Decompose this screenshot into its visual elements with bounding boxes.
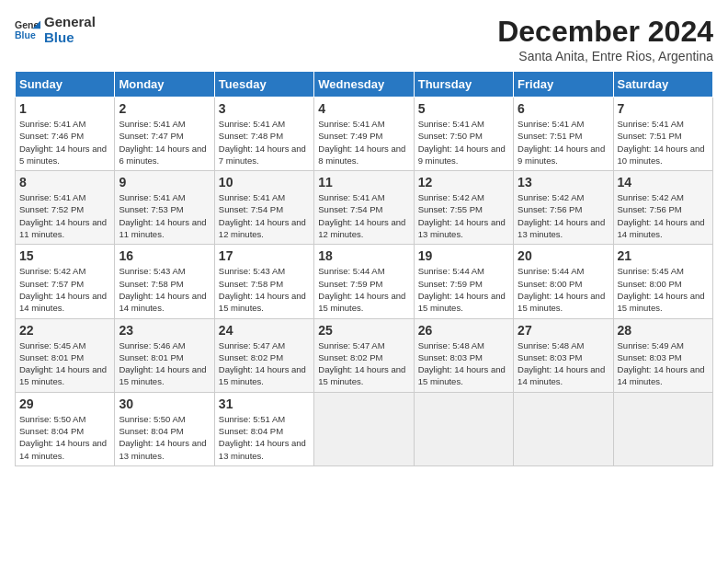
logo-icon: General Blue <box>15 17 40 43</box>
day-info: Sunrise: 5:41 AM Sunset: 7:49 PM Dayligh… <box>318 118 409 167</box>
day-number: 6 <box>518 101 609 116</box>
day-number: 10 <box>219 175 310 190</box>
calendar-week-row: 8 Sunrise: 5:41 AM Sunset: 7:52 PM Dayli… <box>16 171 713 245</box>
day-number: 13 <box>518 175 609 190</box>
day-info: Sunrise: 5:41 AM Sunset: 7:46 PM Dayligh… <box>19 118 110 167</box>
calendar-cell: 9 Sunrise: 5:41 AM Sunset: 7:53 PM Dayli… <box>115 171 214 245</box>
day-info: Sunrise: 5:41 AM Sunset: 7:48 PM Dayligh… <box>219 118 310 167</box>
day-number: 2 <box>119 101 210 116</box>
calendar-cell: 25 Sunrise: 5:47 AM Sunset: 8:02 PM Dayl… <box>314 318 414 392</box>
day-info: Sunrise: 5:41 AM Sunset: 7:47 PM Dayligh… <box>119 118 210 167</box>
title-area: December 2024 Santa Anita, Entre Rios, A… <box>497 15 713 63</box>
day-info: Sunrise: 5:46 AM Sunset: 8:01 PM Dayligh… <box>119 339 210 388</box>
header: General Blue General Blue December 2024 … <box>15 15 713 63</box>
logo: General Blue General Blue <box>15 15 96 45</box>
day-info: Sunrise: 5:43 AM Sunset: 7:58 PM Dayligh… <box>119 265 210 314</box>
day-number: 7 <box>618 101 709 116</box>
calendar-cell: 29 Sunrise: 5:50 AM Sunset: 8:04 PM Dayl… <box>16 392 115 465</box>
day-number: 11 <box>318 175 409 190</box>
logo-line2: Blue <box>44 30 96 46</box>
day-info: Sunrise: 5:42 AM Sunset: 7:57 PM Dayligh… <box>19 265 110 314</box>
calendar-cell: 15 Sunrise: 5:42 AM Sunset: 7:57 PM Dayl… <box>16 245 115 318</box>
day-info: Sunrise: 5:44 AM Sunset: 7:59 PM Dayligh… <box>418 265 509 314</box>
calendar-header-row: SundayMondayTuesdayWednesdayThursdayFrid… <box>16 72 713 98</box>
day-info: Sunrise: 5:50 AM Sunset: 8:04 PM Dayligh… <box>19 413 110 462</box>
day-number: 26 <box>418 323 509 338</box>
day-info: Sunrise: 5:48 AM Sunset: 8:03 PM Dayligh… <box>418 339 509 388</box>
calendar-cell: 16 Sunrise: 5:43 AM Sunset: 7:58 PM Dayl… <box>115 245 214 318</box>
day-number: 3 <box>219 101 310 116</box>
logo-line1: General <box>44 15 96 30</box>
day-number: 28 <box>618 323 709 338</box>
day-info: Sunrise: 5:47 AM Sunset: 8:02 PM Dayligh… <box>318 339 409 388</box>
calendar-cell: 7 Sunrise: 5:41 AM Sunset: 7:51 PM Dayli… <box>613 98 712 171</box>
calendar-cell: 26 Sunrise: 5:48 AM Sunset: 8:03 PM Dayl… <box>414 318 513 392</box>
day-info: Sunrise: 5:44 AM Sunset: 7:59 PM Dayligh… <box>318 265 409 314</box>
calendar-cell: 5 Sunrise: 5:41 AM Sunset: 7:50 PM Dayli… <box>414 98 513 171</box>
day-number: 5 <box>418 101 509 116</box>
day-info: Sunrise: 5:41 AM Sunset: 7:54 PM Dayligh… <box>219 191 310 240</box>
header-saturday: Saturday <box>613 72 712 98</box>
calendar-week-row: 29 Sunrise: 5:50 AM Sunset: 8:04 PM Dayl… <box>16 392 713 465</box>
day-info: Sunrise: 5:45 AM Sunset: 8:00 PM Dayligh… <box>618 265 709 314</box>
day-info: Sunrise: 5:41 AM Sunset: 7:53 PM Dayligh… <box>119 191 210 240</box>
calendar-cell: 23 Sunrise: 5:46 AM Sunset: 8:01 PM Dayl… <box>115 318 214 392</box>
calendar-cell: 17 Sunrise: 5:43 AM Sunset: 7:58 PM Dayl… <box>214 245 313 318</box>
day-info: Sunrise: 5:41 AM Sunset: 7:52 PM Dayligh… <box>19 191 110 240</box>
calendar-cell: 18 Sunrise: 5:44 AM Sunset: 7:59 PM Dayl… <box>314 245 414 318</box>
calendar-cell: 2 Sunrise: 5:41 AM Sunset: 7:47 PM Dayli… <box>115 98 214 171</box>
day-info: Sunrise: 5:50 AM Sunset: 8:04 PM Dayligh… <box>119 413 210 462</box>
day-number: 22 <box>19 323 110 338</box>
day-number: 20 <box>518 248 609 263</box>
calendar-week-row: 22 Sunrise: 5:45 AM Sunset: 8:01 PM Dayl… <box>16 318 713 392</box>
calendar-cell: 3 Sunrise: 5:41 AM Sunset: 7:48 PM Dayli… <box>214 98 313 171</box>
day-info: Sunrise: 5:41 AM Sunset: 7:51 PM Dayligh… <box>618 118 709 167</box>
calendar-cell: 24 Sunrise: 5:47 AM Sunset: 8:02 PM Dayl… <box>214 318 313 392</box>
day-number: 19 <box>418 248 509 263</box>
calendar-cell <box>414 392 513 465</box>
day-number: 15 <box>19 248 110 263</box>
day-info: Sunrise: 5:51 AM Sunset: 8:04 PM Dayligh… <box>219 413 310 462</box>
day-number: 31 <box>219 396 310 411</box>
day-number: 21 <box>618 248 709 263</box>
day-info: Sunrise: 5:41 AM Sunset: 7:51 PM Dayligh… <box>518 118 609 167</box>
day-number: 23 <box>119 323 210 338</box>
day-info: Sunrise: 5:48 AM Sunset: 8:03 PM Dayligh… <box>518 339 609 388</box>
calendar-table: SundayMondayTuesdayWednesdayThursdayFrid… <box>15 71 713 466</box>
calendar-cell: 20 Sunrise: 5:44 AM Sunset: 8:00 PM Dayl… <box>514 245 613 318</box>
day-info: Sunrise: 5:47 AM Sunset: 8:02 PM Dayligh… <box>219 339 310 388</box>
calendar-subtitle: Santa Anita, Entre Rios, Argentina <box>497 49 713 63</box>
day-number: 1 <box>19 101 110 116</box>
header-tuesday: Tuesday <box>214 72 313 98</box>
header-friday: Friday <box>514 72 613 98</box>
day-number: 4 <box>318 101 409 116</box>
header-sunday: Sunday <box>16 72 115 98</box>
calendar-title: December 2024 <box>497 15 713 49</box>
day-info: Sunrise: 5:45 AM Sunset: 8:01 PM Dayligh… <box>19 339 110 388</box>
header-thursday: Thursday <box>414 72 513 98</box>
calendar-cell: 19 Sunrise: 5:44 AM Sunset: 7:59 PM Dayl… <box>414 245 513 318</box>
header-monday: Monday <box>115 72 214 98</box>
day-number: 30 <box>119 396 210 411</box>
day-number: 9 <box>119 175 210 190</box>
day-number: 18 <box>318 248 409 263</box>
day-number: 16 <box>119 248 210 263</box>
calendar-cell: 13 Sunrise: 5:42 AM Sunset: 7:56 PM Dayl… <box>514 171 613 245</box>
day-number: 14 <box>618 175 709 190</box>
calendar-cell: 6 Sunrise: 5:41 AM Sunset: 7:51 PM Dayli… <box>514 98 613 171</box>
day-number: 8 <box>19 175 110 190</box>
calendar-cell: 8 Sunrise: 5:41 AM Sunset: 7:52 PM Dayli… <box>16 171 115 245</box>
calendar-cell: 1 Sunrise: 5:41 AM Sunset: 7:46 PM Dayli… <box>16 98 115 171</box>
calendar-cell: 10 Sunrise: 5:41 AM Sunset: 7:54 PM Dayl… <box>214 171 313 245</box>
day-info: Sunrise: 5:41 AM Sunset: 7:50 PM Dayligh… <box>418 118 509 167</box>
day-number: 29 <box>19 396 110 411</box>
day-number: 27 <box>518 323 609 338</box>
calendar-cell: 14 Sunrise: 5:42 AM Sunset: 7:56 PM Dayl… <box>613 171 712 245</box>
day-info: Sunrise: 5:42 AM Sunset: 7:56 PM Dayligh… <box>518 191 609 240</box>
day-number: 24 <box>219 323 310 338</box>
day-number: 25 <box>318 323 409 338</box>
day-info: Sunrise: 5:49 AM Sunset: 8:03 PM Dayligh… <box>618 339 709 388</box>
day-info: Sunrise: 5:43 AM Sunset: 7:58 PM Dayligh… <box>219 265 310 314</box>
svg-text:Blue: Blue <box>15 29 36 40</box>
day-info: Sunrise: 5:42 AM Sunset: 7:55 PM Dayligh… <box>418 191 509 240</box>
